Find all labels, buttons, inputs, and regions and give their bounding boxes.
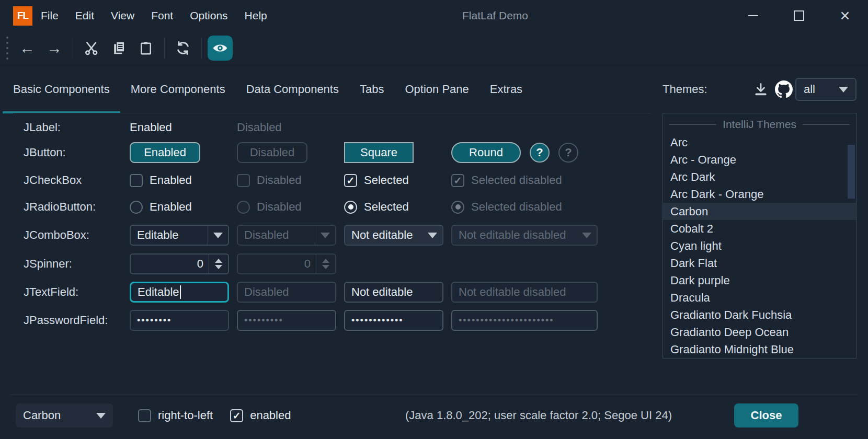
enabled-checkbox[interactable]: ✓ enabled [230, 409, 291, 422]
checkbox-enabled[interactable]: Enabled [130, 174, 237, 187]
refresh-icon [175, 40, 191, 56]
maximize-button[interactable] [776, 0, 822, 31]
checkbox-checked-icon: ✓ [230, 409, 243, 422]
checkbox-checked-icon: ✓ [451, 174, 464, 187]
tab-basic-components[interactable]: Basic Components [3, 65, 120, 113]
spinner-value[interactable]: 0 [131, 257, 209, 271]
radio-selected[interactable]: Selected [344, 200, 451, 214]
radio-enabled[interactable]: Enabled [130, 200, 237, 214]
toolbar: ← → [0, 31, 868, 65]
menu-view[interactable]: View [102, 0, 143, 31]
square-button[interactable]: Square [344, 142, 414, 163]
textfield-value: Not editable [351, 285, 413, 299]
right-to-left-checkbox[interactable]: right-to-left [138, 409, 213, 422]
password-dots: •••••••••••• [351, 315, 404, 326]
theme-item-dracula[interactable]: Dracula [663, 289, 856, 306]
theme-item-dark-purple[interactable]: Dark purple [663, 272, 856, 289]
jcombobox-row: JComboBox: Editable Disabled Not editabl… [24, 224, 598, 247]
chevron-down-icon [428, 233, 437, 238]
disabled-button: Disabled [237, 142, 307, 163]
github-link-button[interactable] [772, 78, 795, 101]
radio-icon [237, 201, 250, 214]
theme-item-gradianto-dark-fuchsia[interactable]: Gradianto Dark Fuchsia [663, 306, 856, 324]
checkbox-icon [138, 409, 151, 422]
menu-font[interactable]: Font [143, 0, 181, 31]
theme-item-gradianto-deep-ocean[interactable]: Gradianto Deep Ocean [663, 324, 856, 341]
combobox-value: Not editable disabled [452, 228, 577, 242]
tab-more-components[interactable]: More Components [120, 65, 236, 113]
close-window-button[interactable]: ✕ [822, 0, 868, 31]
show-hidden-toggle-button[interactable] [208, 36, 233, 61]
copy-button[interactable] [106, 36, 131, 61]
theme-item-gradianto-midnight-blue[interactable]: Gradianto Midnight Blue [663, 341, 856, 358]
theme-item-arc-dark[interactable]: Arc Dark [663, 168, 856, 186]
menu-file[interactable]: File [32, 0, 67, 31]
spinner-down-icon [215, 265, 222, 269]
theme-item-cobalt-2[interactable]: Cobalt 2 [663, 220, 856, 237]
toolbar-separator [201, 37, 202, 59]
passwordfield-editable[interactable]: •••••••• [130, 310, 229, 331]
tab-option-pane[interactable]: Option Pane [394, 65, 479, 113]
tab-data-components[interactable]: Data Components [236, 65, 349, 113]
textfield-value: Disabled [244, 285, 289, 299]
theme-item-dark-flat[interactable]: Dark Flat [663, 255, 856, 272]
tab-extras[interactable]: Extras [479, 65, 533, 113]
checkbox-label: right-to-left [158, 409, 213, 422]
themes-filter-combobox[interactable]: all [795, 78, 856, 101]
close-button[interactable]: Close [734, 403, 798, 428]
password-dots: •••••••••••••••••••••• [459, 315, 554, 326]
passwordfield-not-editable: •••••••••••• [344, 310, 443, 331]
combobox-editable[interactable]: Editable [130, 225, 229, 246]
lookandfeel-combobox[interactable]: Carbon [16, 403, 113, 428]
checkbox-selected[interactable]: ✓ Selected [344, 174, 451, 187]
radio-selected-disabled: Selected disabled [451, 200, 562, 214]
spinner-enabled[interactable]: 0 [130, 253, 229, 274]
textfield-value: Not editable disabled [459, 285, 566, 299]
menu-options[interactable]: Options [181, 0, 236, 31]
tab-tabs[interactable]: Tabs [349, 65, 394, 113]
menu-help[interactable]: Help [236, 0, 276, 31]
spinner-up-icon [322, 259, 329, 263]
chevron-down-icon [321, 233, 330, 238]
theme-item-cyan-light[interactable]: Cyan light [663, 237, 856, 255]
jspinner-row-label: JSpinner: [24, 257, 130, 271]
toolbar-separator [164, 37, 165, 59]
checkbox-icon [130, 174, 143, 187]
minimize-button[interactable] [730, 0, 776, 31]
theme-item-arc-dark-orange[interactable]: Arc Dark - Orange [663, 186, 856, 203]
cut-button[interactable] [79, 36, 104, 61]
toolbar-grip-handle[interactable] [6, 37, 8, 60]
spinner-buttons [316, 255, 335, 273]
themes-filter-value: all [804, 83, 839, 96]
theme-item-arc-orange[interactable]: Arc - Orange [663, 151, 856, 168]
radio-icon [130, 201, 143, 214]
theme-item-carbon[interactable]: Carbon [663, 203, 856, 220]
checkbox-icon [237, 174, 250, 187]
help-button[interactable]: ? [530, 143, 550, 163]
refresh-button[interactable] [170, 36, 196, 61]
download-themes-button[interactable] [749, 78, 772, 101]
combobox-value[interactable]: Editable [131, 228, 208, 242]
radio-label: Disabled [257, 200, 302, 214]
app-logo: FL [13, 6, 32, 26]
paste-button[interactable] [133, 36, 158, 61]
combobox-not-editable[interactable]: Not editable [344, 225, 443, 246]
radio-disabled: Disabled [237, 200, 344, 214]
round-button[interactable]: Round [451, 142, 521, 163]
textfield-editable[interactable]: Editable [130, 282, 229, 303]
back-button[interactable]: ← [15, 36, 40, 61]
jspinner-row: JSpinner: 0 0 [24, 252, 451, 275]
themes-list-scrollbar[interactable] [848, 145, 855, 199]
enabled-button[interactable]: Enabled [130, 142, 200, 163]
jcheckbox-row-label: JCheckBox [24, 174, 130, 187]
forward-button[interactable]: → [42, 36, 67, 61]
menu-edit[interactable]: Edit [67, 0, 102, 31]
checkbox-label: Enabled [150, 174, 192, 187]
theme-item-arc[interactable]: Arc [663, 134, 856, 151]
spinner-buttons[interactable] [209, 255, 228, 273]
tabbar: Basic Components More Components Data Co… [3, 65, 533, 113]
checkbox-label: Selected [364, 174, 409, 187]
menubar: File Edit View Font Options Help [32, 0, 276, 31]
copy-icon [111, 40, 127, 56]
radio-label: Enabled [150, 200, 192, 214]
